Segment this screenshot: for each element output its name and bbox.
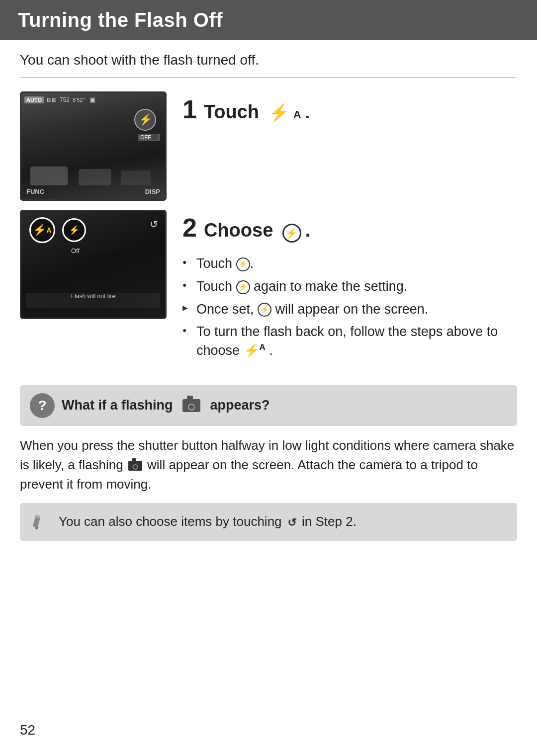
cs2-flash-a-icon: ⚡A — [29, 217, 55, 243]
cs2-flash-notice: Flash will not fire — [71, 293, 115, 300]
bullet-3: Once set, ⚡ will appear on the screen. — [182, 300, 517, 319]
cs2-corner-rotate: ↺ — [150, 218, 158, 230]
warning-box: ? What if a flashing appears? — [20, 385, 517, 426]
step-2-title: 2 Choose ⚡ . — [182, 215, 517, 243]
warning-question-icon: ? — [30, 393, 55, 418]
step-2-instruction: 2 Choose ⚡ . Touch ⚡. Touch ⚡ again to m… — [182, 210, 517, 364]
steps-area: AUTO ⊞⊠ 752 8'52" ▣ ⚡ OFF⬛ FUNC — [20, 91, 517, 373]
cs1-flash-bolt: ⚡ — [139, 113, 152, 126]
warning-title-text: What if a flashing — [62, 398, 177, 413]
bullet-4-flash: ⚡ — [244, 343, 260, 358]
camera-lens — [188, 404, 195, 411]
bullet-3-icon: ⚡ — [258, 303, 271, 317]
cs1-storage: 752 — [60, 96, 70, 103]
wb-camera-top — [132, 458, 136, 461]
warning-body-text: When you press the shutter button halfwa… — [20, 436, 517, 494]
cs2-flash-off-icon: ⚡ — [62, 218, 86, 242]
cs1-flash-circle: ⚡ — [134, 109, 156, 131]
cs1-func-label: FUNC — [26, 188, 44, 195]
wb-camera-lens — [132, 464, 138, 470]
warning-camera-icon — [182, 399, 200, 412]
bullet-2-icon: ⚡ — [236, 280, 250, 294]
cs1-more-icons: ▣ — [90, 96, 95, 103]
cs1-flash-label: OFF⬛ — [138, 134, 160, 141]
step-1-superscript: A — [293, 108, 301, 121]
warning-body-camera-icon — [128, 461, 142, 471]
page-title: Turning the Flash Off — [18, 9, 519, 31]
step-1-row: AUTO ⊞⊠ 752 8'52" ▣ ⚡ OFF⬛ FUNC — [20, 91, 517, 201]
cs1-time: 8'52" — [73, 97, 85, 103]
cs2-flash-off-symbol: ⚡ — [69, 225, 80, 236]
divider — [20, 77, 517, 78]
bullet-1-icon: ⚡ — [236, 257, 250, 271]
bullet-2: Touch ⚡ again to make the setting. — [182, 277, 517, 296]
step-1-number: 1 — [182, 96, 197, 122]
cs2-superscript-a: A — [46, 226, 51, 234]
bullet-4: To turn the flash back on, follow the st… — [182, 323, 517, 360]
cs1-auto-badge: AUTO — [24, 96, 44, 103]
pencil-svg — [32, 513, 50, 531]
subtitle: You can shoot with the flash turned off. — [20, 52, 517, 68]
cs1-mode-icons: ⊞⊠ — [47, 96, 57, 103]
step-1-title: 1 Touch ⚡A . — [182, 96, 517, 123]
bullet-4-superscript: A — [260, 342, 266, 352]
step-2-bullets: Touch ⚡. Touch ⚡ again to make the setti… — [182, 254, 517, 364]
cs1-topbar: AUTO ⊞⊠ 752 8'52" ▣ — [24, 96, 162, 103]
tip-pencil-icon — [30, 511, 52, 533]
page-content: You can shoot with the flash turned off. — [0, 52, 537, 571]
warning-title: What if a flashing appears? — [62, 398, 270, 413]
step-1-flash-symbol: ⚡ — [268, 102, 289, 122]
camera-screen-2: ⚡A ⚡ Off ↺ Flash will not fire — [20, 210, 167, 319]
cs2-flash-bolt: ⚡ — [33, 224, 46, 237]
step-1-period: . — [305, 103, 310, 122]
bullet-1: Touch ⚡. — [182, 254, 517, 273]
step-2-number: 2 — [182, 215, 197, 241]
title-bar: Turning the Flash Off — [0, 0, 537, 40]
page-number: 52 — [20, 722, 35, 738]
tip-text: You can also choose items by touching ↺ … — [59, 512, 357, 531]
tip-rotate-icon: ↺ — [287, 514, 296, 531]
step-1-touch-label: Touch — [204, 101, 265, 123]
camera-screen-1: AUTO ⊞⊠ 752 8'52" ▣ ⚡ OFF⬛ FUNC — [20, 91, 167, 201]
cs2-top-icons: ⚡A ⚡ — [29, 217, 86, 243]
step-2-period: . — [305, 220, 311, 241]
step-1-instruction: 1 Touch ⚡A . — [182, 91, 517, 130]
cs1-disp-label: DISP — [145, 188, 160, 195]
page-wrapper: Turning the Flash Off You can shoot with… — [0, 0, 537, 756]
cs2-off-label: Off — [71, 247, 80, 254]
warning-appears-text: appears? — [206, 398, 270, 413]
step-2-row: ⚡A ⚡ Off ↺ Flash will not fire — [20, 210, 517, 364]
step-2-choose-label: Choose — [204, 220, 278, 241]
cs1-flash-label-text: OFF⬛ — [140, 134, 158, 140]
camera-top — [187, 396, 193, 400]
tip-box: You can also choose items by touching ↺ … — [20, 503, 517, 541]
step-2-circle-icon: ⚡ — [282, 224, 301, 243]
